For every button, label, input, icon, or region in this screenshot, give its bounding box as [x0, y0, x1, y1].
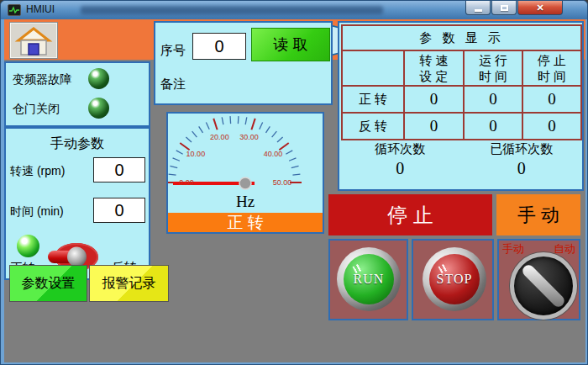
app-window: HMIUI ✕ Techin ∞ 拖拽 [0, 0, 588, 365]
run-button[interactable]: RUN [337, 247, 401, 311]
svg-text:30.00: 30.00 [239, 133, 259, 141]
speed-label: 转速 (rpm) [10, 164, 65, 179]
window-title: HMIUI [26, 3, 55, 15]
mode-selector-knob[interactable] [510, 252, 577, 320]
time-input[interactable] [93, 198, 145, 223]
row-label: 正 转 [342, 86, 404, 113]
col-stop-time: 停 止 时 间 [522, 50, 581, 86]
blurred-path-text [81, 6, 383, 14]
cycles-value: 0 [339, 159, 461, 178]
param-table-title: 参 数 显 示 [342, 25, 581, 50]
serial-panel: 序号 读 取 备注 [154, 21, 333, 105]
maximize-button[interactable] [491, 1, 517, 15]
rev-stop-time: 0 [522, 113, 581, 140]
time-label: 时间 (min) [10, 204, 64, 220]
stop-status-bar[interactable]: 停 止 [328, 194, 492, 235]
minimize-button[interactable] [465, 1, 491, 15]
cycles-done-value: 0 [461, 159, 583, 178]
titlebar[interactable]: HMIUI ✕ [1, 1, 587, 19]
svg-text:20.00: 20.00 [210, 133, 229, 141]
app-icon [8, 4, 21, 16]
remark-label: 备注 [160, 77, 186, 93]
param-display-panel: 参 数 显 示 转 速 设 定 运 行 时 间 停 止 时 间 正 转 0 0 … [338, 21, 584, 191]
table-row-forward: 正 转 0 0 0 [342, 86, 581, 113]
door-closed-label: 仓门关闭 [13, 102, 60, 117]
stop-panel: STOP [412, 239, 494, 320]
fwd-stop-time: 0 [522, 86, 581, 113]
serial-label: 序号 [160, 43, 186, 59]
cycles-label: 循环次数 [339, 141, 461, 157]
table-row-reverse: 反 转 0 0 0 [342, 113, 581, 140]
inverter-fault-led [88, 68, 109, 89]
speed-input[interactable] [93, 157, 145, 182]
close-button[interactable]: ✕ [517, 1, 563, 15]
home-icon [12, 25, 55, 57]
gauge-unit: Hz [168, 193, 323, 211]
knob-manual-label: 手动 [502, 241, 524, 257]
stop-button-label: STOP [437, 272, 473, 287]
alarm-record-button[interactable]: 报警记录 [89, 265, 169, 302]
mode-knob-panel: 手动 自动 [497, 239, 580, 320]
minimize-icon [475, 9, 482, 12]
knob-handle-icon [520, 262, 566, 309]
read-button[interactable]: 读 取 [251, 28, 330, 61]
gauge-hub [239, 177, 251, 189]
status-panel: 变频器故障 仓门关闭 [4, 61, 150, 127]
col-run-time: 运 行 时 间 [464, 50, 522, 86]
forward-run-led [17, 235, 39, 257]
toggle-core-icon [67, 247, 87, 267]
cycle-counters: 循环次数 0 已循环次数 0 [339, 139, 582, 178]
row-label: 反 转 [342, 113, 404, 140]
gauge-dial: 0.0010.0020.0030.0040.0050.00 [168, 114, 323, 194]
svg-text:50.00: 50.00 [273, 178, 292, 187]
frequency-gauge-panel: 0.0010.0020.0030.0040.0050.00 Hz 正 转 [166, 112, 324, 234]
svg-text:40.00: 40.00 [264, 150, 283, 158]
run-button-label: RUN [354, 272, 385, 287]
fwd-run-time: 0 [464, 86, 522, 113]
hmi-screen: Techin ∞ 拖拽上传 /15 17:59:18 变频器故障 仓门关闭 手动… [4, 19, 585, 362]
stop-button[interactable]: STOP [423, 247, 486, 311]
manual-params-title: 手动参数 [6, 135, 149, 153]
inverter-fault-label: 变频器故障 [13, 72, 71, 87]
gauge-direction-bar: 正 转 [168, 213, 323, 232]
svg-text:10.00: 10.00 [186, 150, 206, 158]
manual-mode-button[interactable]: 手 动 [496, 194, 580, 235]
maximize-icon [501, 5, 508, 11]
corner-cell [342, 50, 404, 86]
serial-input[interactable] [192, 33, 246, 60]
close-icon: ✕ [536, 3, 543, 13]
door-closed-led [88, 98, 109, 119]
home-button[interactable] [9, 22, 58, 59]
rev-speed: 0 [404, 113, 464, 140]
rev-run-time: 0 [464, 113, 522, 140]
col-speed-setting: 转 速 设 定 [404, 50, 464, 86]
fwd-speed: 0 [404, 86, 464, 113]
cycles-done-label: 已循环次数 [461, 141, 583, 157]
svg-text:0.00: 0.00 [179, 178, 194, 187]
manual-params-panel: 手动参数 转速 (rpm) 时间 (min) 正转 反转 [4, 127, 150, 280]
param-table: 参 数 显 示 转 速 设 定 运 行 时 间 停 止 时 间 正 转 0 0 … [341, 24, 582, 140]
run-panel: RUN [328, 239, 408, 320]
param-settings-button[interactable]: 参数设置 [9, 265, 87, 302]
